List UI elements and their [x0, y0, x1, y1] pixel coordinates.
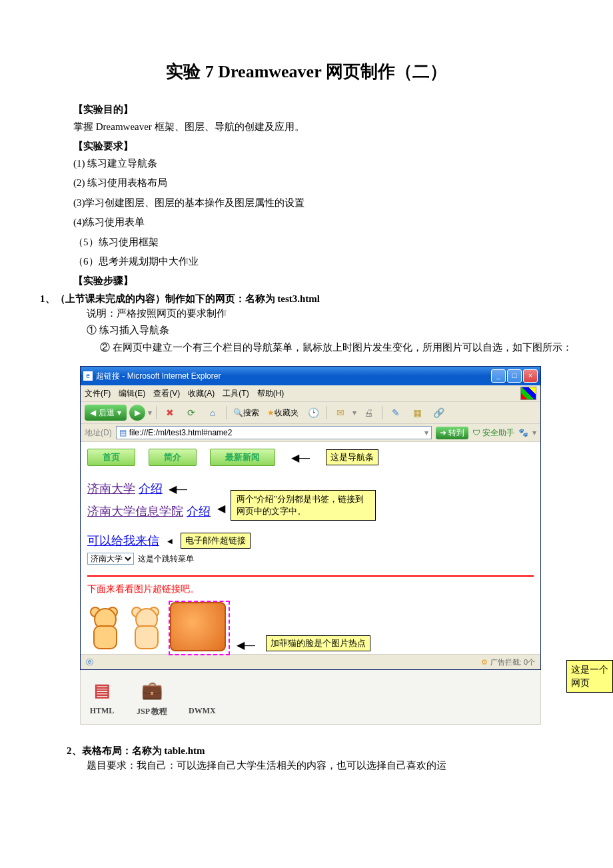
star-icon: ★ [267, 408, 275, 417]
windows-flag-icon [520, 387, 536, 400]
go-button[interactable]: ➜ 转到 [436, 427, 468, 439]
close-button[interactable]: × [523, 369, 538, 383]
maximize-button[interactable]: □ [507, 369, 522, 383]
step2-desc: 题目要求：我自己：可以选择自己大学生活相关的内容，也可以选择自己喜欢的运 [87, 757, 573, 775]
toolbar: ◀ 后退 ▾ ▶ ▾ ✖ ⟳ ⌂ 🔍 搜索 ★ 收藏夹 [81, 402, 540, 424]
security-helper[interactable]: 🛡 安全助手 [472, 427, 514, 439]
req-3: (3)学习创建图层、图层的基本操作及图层属性的设置 [73, 195, 573, 212]
link-email[interactable]: 可以给我来信 [87, 533, 159, 549]
go-label: 转到 [448, 427, 464, 439]
html-file-icon: ▤ [87, 675, 117, 705]
dropdown-icon: ▾ [148, 408, 152, 417]
mail-icon[interactable]: ✉ [331, 405, 350, 420]
menu-help[interactable]: 帮助(H) [257, 388, 285, 399]
menu-favorites[interactable]: 收藏(A) [188, 388, 215, 399]
menu-edit[interactable]: 编辑(E) [119, 388, 145, 399]
ie-icon: e [83, 371, 93, 381]
req-2: (2) 练习使用表格布局 [73, 175, 573, 192]
back-arrow-icon: ◀ [90, 408, 96, 417]
app-html[interactable]: ▤ HTML [87, 675, 117, 717]
red-hint-text: 下面来看看图片超链接吧。 [87, 583, 534, 595]
heading-requirements: 【实验要求】 [73, 140, 573, 153]
address-input[interactable]: ▤ file:///E:/ml/test3.html#name2 ▾ [116, 426, 432, 439]
separator [326, 406, 327, 419]
link-icon[interactable]: 🔗 [429, 405, 448, 420]
step1-title: 1、（上节课未完成的内容）制作如下的网页：名称为 test3.html [40, 293, 573, 305]
menu-tools[interactable]: 工具(T) [223, 388, 249, 399]
ad-block-icon: ⚙ [481, 658, 488, 667]
step1-sub1: ① 练习插入导航条 [87, 322, 573, 339]
link-jinan[interactable]: 济南大学 [87, 482, 135, 495]
go-arrow-icon: ➜ [440, 428, 446, 437]
nav-news-button[interactable]: 最新新闻 [210, 449, 275, 466]
search-button[interactable]: 🔍 搜索 [231, 405, 262, 420]
callout-email: 电子邮件超链接 [181, 533, 251, 549]
history-icon[interactable]: 🕑 [304, 405, 322, 420]
link-jinan-info[interactable]: 济南大学信息学院 [87, 505, 183, 518]
callout-bookmark: 两个“介绍”分别都是书签，链接到网页中的文字中。 [231, 490, 376, 521]
arrow-icon: ◀— [169, 483, 187, 495]
favorites-label: 收藏夹 [275, 407, 299, 419]
home-icon[interactable]: ⌂ [203, 405, 222, 420]
tiger-image[interactable] [87, 608, 121, 651]
paw-icon[interactable]: 🐾 [518, 428, 528, 437]
print-icon[interactable]: 🖨 [359, 405, 378, 420]
back-label: 后退 [99, 407, 115, 419]
doc-title: 实验 7 Dreamweaver 网页制作（二） [40, 60, 573, 83]
app-jsp[interactable]: 💼 JSP 教程 [137, 675, 167, 717]
tool-icon[interactable]: ▦ [408, 405, 426, 420]
window-title: 超链接 - Microsoft Internet Explorer [96, 371, 221, 382]
favorites-button[interactable]: ★ 收藏夹 [265, 405, 301, 420]
app-dwmx-label: DWMX [187, 706, 217, 716]
window-titlebar: e 超链接 - Microsoft Internet Explorer _ □ … [81, 367, 540, 385]
jump-menu-select[interactable]: 济南大学 [87, 553, 134, 565]
page-content: 首页 简介 最新新闻 ◀— 这是导航条 济南大学 介绍 ◀— 济南大学 [81, 442, 540, 654]
heading-purpose: 【实验目的】 [73, 103, 573, 116]
address-label: 地址(D) [85, 427, 112, 439]
req-1: (1) 练习建立导航条 [73, 155, 573, 173]
garfield-image-hotspot[interactable] [170, 602, 226, 651]
separator [382, 406, 382, 419]
edit-icon[interactable]: ✎ [386, 405, 405, 420]
dropdown-icon: ▾ [352, 408, 356, 417]
status-left-icon: ⓔ [86, 657, 93, 667]
link-row-2: 济南大学信息学院 介绍 [87, 503, 211, 519]
page-icon: ▤ [119, 428, 127, 437]
divider [87, 575, 534, 577]
menubar: 文件(F) 编辑(E) 查看(V) 收藏(A) 工具(T) 帮助(H) [81, 385, 540, 402]
callout-hotspot: 加菲猫的脸是个图片热点 [266, 635, 370, 651]
nav-home-button[interactable]: 首页 [87, 449, 135, 466]
briefcase-icon: 💼 [137, 675, 167, 705]
nav-about-button[interactable]: 简介 [149, 449, 197, 466]
dropdown-icon: ▾ [117, 408, 121, 417]
stop-icon[interactable]: ✖ [161, 405, 179, 420]
req-6: （6）思考并规划期中大作业 [73, 253, 573, 271]
arrow-icon: ◀— [237, 639, 255, 651]
dropdown-icon: ▾ [532, 428, 536, 437]
menu-file[interactable]: 文件(F) [85, 388, 111, 399]
bear-image[interactable] [129, 608, 162, 651]
link-intro-2[interactable]: 介绍 [187, 505, 211, 518]
status-bar: ⓔ ⚙ 广告拦截: 0个 [81, 654, 540, 669]
app-dwmx[interactable]: DWMX [187, 675, 217, 717]
refresh-icon[interactable]: ⟳ [182, 405, 201, 420]
dropdown-icon[interactable]: ▾ [424, 428, 428, 437]
link-row-1: 济南大学 介绍 ◀— [87, 481, 211, 497]
search-label: 搜索 [243, 407, 259, 419]
req-5: （5）练习使用框架 [73, 234, 573, 251]
forward-button[interactable]: ▶ [129, 405, 145, 421]
link-intro-1[interactable]: 介绍 [139, 482, 163, 495]
req-4: (4)练习使用表单 [73, 214, 573, 231]
ad-block-text: 广告拦截: 0个 [490, 657, 535, 667]
back-button[interactable]: ◀ 后退 ▾ [85, 405, 127, 421]
url-text: file:///E:/ml/test3.html#name2 [129, 428, 233, 437]
minimize-button[interactable]: _ [491, 369, 506, 383]
jump-menu-label: 这是个跳转菜单 [138, 553, 194, 565]
ie-window: e 超链接 - Microsoft Internet Explorer _ □ … [80, 366, 541, 670]
app-jsp-label: JSP 教程 [137, 706, 167, 717]
app-icons-row: ▤ HTML 💼 JSP 教程 DWMX [80, 670, 541, 725]
callout-navbar: 这是导航条 [326, 449, 378, 465]
menu-view[interactable]: 查看(V) [153, 388, 180, 399]
search-icon: 🔍 [233, 408, 243, 417]
download-arrow-icon [187, 675, 217, 705]
